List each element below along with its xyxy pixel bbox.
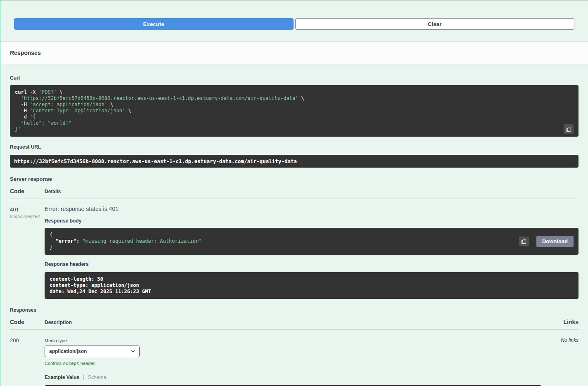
no-links-label: No links <box>541 337 579 386</box>
execute-button-row: Execute Clear <box>0 0 588 30</box>
response-headers-block: content-length: 50content-type: applicat… <box>45 272 579 299</box>
download-button[interactable]: Download <box>536 236 574 247</box>
server-response-label: Server response <box>10 176 579 182</box>
responses-section-header: Responses <box>0 41 588 64</box>
curl-label: Curl <box>10 64 579 81</box>
response-description-cell: Media type application/json Controls Acc… <box>45 337 541 386</box>
response-headers-code: content-length: 50content-type: applicat… <box>50 276 574 295</box>
media-type-select[interactable]: application/json <box>45 346 140 357</box>
controls-accept-note: Controls Accept header. <box>45 361 541 366</box>
documented-responses-label: Responses <box>10 307 579 313</box>
status-code: 401 <box>10 206 45 213</box>
documented-response-row: 200 Media type application/json Controls… <box>10 330 579 386</box>
execute-button[interactable]: Execute <box>14 18 294 30</box>
curl-command-block: curl -X 'POST' \ 'https://32bf5efc57d345… <box>10 85 579 137</box>
response-body-block: { "error": "missing required header: Aut… <box>45 228 579 255</box>
request-url-value: https://32bf5efc57d3456b-8080.reactor.aw… <box>14 158 297 164</box>
documented-responses-table-header: Code Description Links <box>10 319 579 330</box>
response-body-label: Response body <box>45 218 579 224</box>
request-url-label: Request URL <box>10 144 579 150</box>
operation-block: Execute Clear Responses Curl curl -X 'PO… <box>0 0 588 386</box>
clipboard-icon <box>566 126 572 133</box>
response-body-code: { "error": "missing required header: Aut… <box>50 232 574 251</box>
responses-body: Curl curl -X 'POST' \ 'https://32bf5efc5… <box>0 64 588 386</box>
response-details-cell: Error: response status is 401 Response b… <box>45 206 579 299</box>
code-column-header: Code <box>10 188 45 194</box>
status-code: 200 <box>10 337 45 386</box>
description-column-header: Description <box>45 319 541 325</box>
media-type-select-wrap: application/json <box>45 346 140 357</box>
status-code-cell: 401 Undocumented <box>10 206 45 299</box>
tab-divider <box>83 374 84 380</box>
error-message: Error: response status is 401 <box>45 206 579 212</box>
details-column-header: Details <box>45 188 579 194</box>
controls-note-suffix: header. <box>79 361 96 366</box>
curl-command-code: curl -X 'POST' \ 'https://32bf5efc57d345… <box>15 89 574 133</box>
clear-button[interactable]: Clear <box>295 18 575 30</box>
server-response-table-header: Code Details <box>10 188 579 199</box>
response-body-controls: Download <box>519 236 574 247</box>
controls-note-prefix: Controls <box>45 361 63 366</box>
response-headers-label: Response headers <box>45 261 579 267</box>
controls-note-header-name: Accept <box>63 361 79 366</box>
copy-response-button[interactable] <box>519 237 529 246</box>
copy-curl-button[interactable] <box>564 124 574 134</box>
tab-schema[interactable]: Schema <box>88 374 106 380</box>
request-url-block: https://32bf5efc57d3456b-8080.reactor.aw… <box>10 155 579 168</box>
responses-heading: Responses <box>10 50 41 56</box>
clipboard-icon <box>521 238 527 244</box>
undocumented-label: Undocumented <box>10 214 45 219</box>
links-column-header: Links <box>541 319 579 325</box>
example-schema-tabs: Example Value Schema <box>45 374 541 380</box>
media-type-label: Media type <box>45 338 541 343</box>
tab-example-value[interactable]: Example Value <box>45 374 79 380</box>
server-response-row: 401 Undocumented Error: response status … <box>10 199 579 299</box>
code-column-header: Code <box>10 319 45 325</box>
